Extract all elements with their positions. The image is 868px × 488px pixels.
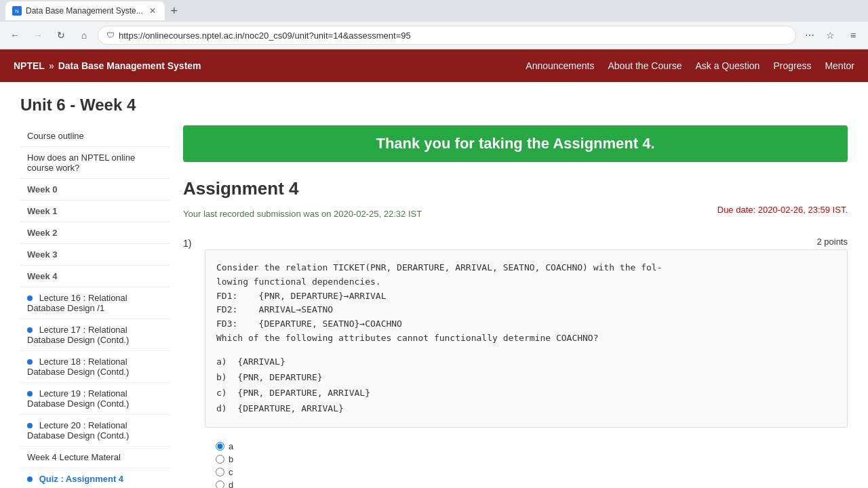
dot-icon <box>27 476 33 482</box>
forward-button[interactable]: → <box>28 26 47 45</box>
sidebar-item-week4[interactable]: Week 4 <box>20 266 170 287</box>
breadcrumb: NPTEL » Data Base Management System <box>14 60 201 71</box>
nav-about-course[interactable]: About the Course <box>608 60 682 71</box>
sidebar-item-week3[interactable]: Week 3 <box>20 244 170 266</box>
sidebar-item-lecture19[interactable]: Lecture 19 : Relational Database Design … <box>20 383 170 415</box>
tab-close-button[interactable]: ✕ <box>147 5 158 16</box>
site-header: NPTEL » Data Base Management System Anno… <box>0 49 868 82</box>
new-tab-button[interactable]: + <box>165 1 184 20</box>
dot-icon <box>27 327 33 333</box>
bookmark-button[interactable]: ☆ <box>821 26 840 45</box>
page-title: Unit 6 - Week 4 <box>20 96 848 115</box>
site-nav: Announcements About the Course Ask a Que… <box>526 60 854 71</box>
dot-icon <box>27 391 33 396</box>
radio-input-1c[interactable] <box>216 468 224 476</box>
sidebar-item-how-nptel[interactable]: How does an NPTEL online course work? <box>20 147 170 179</box>
browser-chrome: N Data Base Management Syste... ✕ + ← → … <box>0 0 868 49</box>
back-button[interactable]: ← <box>5 26 24 45</box>
question-1-points: 2 points <box>816 237 848 247</box>
question-1-row: 1) 2 points Consider the relation TICKET… <box>183 237 848 488</box>
sidebar-item-week1[interactable]: Week 1 <box>20 201 170 222</box>
security-icon: 🛡 <box>106 30 115 40</box>
sidebar-item-lecture16[interactable]: Lecture 16 : Relational Database Design … <box>20 287 170 319</box>
radio-label-1b: b <box>229 454 233 464</box>
brand-link[interactable]: NPTEL <box>14 60 45 71</box>
tab-favicon: N <box>12 6 22 16</box>
radio-input-1d[interactable] <box>216 481 224 488</box>
active-tab[interactable]: N Data Base Management Syste... ✕ <box>5 1 165 20</box>
nav-ask-question[interactable]: Ask a Question <box>695 60 760 71</box>
option-1b: b) {PNR, DEPARTURE} <box>216 369 836 385</box>
radio-option-1d[interactable]: d <box>216 480 837 488</box>
url-text: https://onlinecourses.nptel.ac.in/noc20_… <box>119 30 787 41</box>
radio-option-1a[interactable]: a <box>216 441 837 451</box>
due-date: Due date: 2020-02-26, 23:59 IST. <box>717 205 848 215</box>
option-1a: a) {ARRIVAL} <box>216 354 836 369</box>
nav-mentor[interactable]: Mentor <box>825 60 854 71</box>
sidebar: Course outline How does an NPTEL online … <box>20 125 170 488</box>
address-bar[interactable]: 🛡 https://onlinecourses.nptel.ac.in/noc2… <box>98 26 796 45</box>
radio-option-1c[interactable]: c <box>216 467 837 477</box>
sidebar-item-lecture18[interactable]: Lecture 18 : Relational Database Design … <box>20 351 170 383</box>
dot-icon <box>27 423 33 428</box>
course-link[interactable]: Data Base Management System <box>58 60 201 71</box>
thank-you-banner: Thank you for taking the Assignment 4. <box>183 125 848 162</box>
main-content: Thank you for taking the Assignment 4. A… <box>183 125 848 488</box>
question-1-options: a) {ARRIVAL} b) {PNR, DEPARTURE} c) {PNR… <box>216 354 836 416</box>
submission-due-row: Your last recorded submission was on 202… <box>183 205 848 226</box>
home-button[interactable]: ⌂ <box>75 26 94 45</box>
sidebar-item-course-outline[interactable]: Course outline <box>20 125 170 147</box>
dot-icon <box>27 359 33 365</box>
question-1-body: 2 points Consider the relation TICKET(PN… <box>205 237 848 488</box>
radio-label-1a: a <box>229 441 233 451</box>
nav-progress[interactable]: Progress <box>773 60 811 71</box>
radio-label-1d: d <box>229 480 233 488</box>
reload-button[interactable]: ↻ <box>52 26 71 45</box>
page-content: Unit 6 - Week 4 Course outline How does … <box>0 82 868 488</box>
sidebar-item-week4-material[interactable]: Week 4 Lecture Materal <box>20 447 170 468</box>
option-1c: c) {PNR, DEPARTURE, ARRIVAL} <box>216 385 836 401</box>
question-1-number: 1) <box>183 237 199 488</box>
browser-addressbar: ← → ↻ ⌂ 🛡 https://onlinecourses.nptel.ac… <box>0 22 868 49</box>
radio-option-1b[interactable]: b <box>216 454 837 464</box>
tab-title: Data Base Management Syste... <box>26 6 143 16</box>
submission-info: Your last recorded submission was on 202… <box>183 209 422 219</box>
sidebar-item-week2[interactable]: Week 2 <box>20 222 170 244</box>
browser-tabs: N Data Base Management Syste... ✕ + <box>0 0 868 22</box>
sidebar-item-week0[interactable]: Week 0 <box>20 179 170 201</box>
option-1d: d) {DEPARTURE, ARRIVAL} <box>216 401 836 416</box>
sidebar-item-quiz-assignment4[interactable]: Quiz : Assignment 4 <box>20 468 170 488</box>
question-1-text: Consider the relation TICKET(PNR, DERART… <box>216 261 836 346</box>
nav-announcements[interactable]: Announcements <box>526 60 594 71</box>
address-bar-actions: ⋯ ☆ <box>800 26 840 45</box>
breadcrumb-separator: » <box>49 60 54 71</box>
assignment-title: Assignment 4 <box>183 178 848 199</box>
radio-input-1a[interactable] <box>216 442 224 451</box>
radio-input-1b[interactable] <box>216 455 224 464</box>
question-1-radio-section: a b c d <box>205 439 848 488</box>
sidebar-item-lecture20[interactable]: Lecture 20 : Relational Database Design … <box>20 415 170 447</box>
extensions-button[interactable]: ⋯ <box>800 26 819 45</box>
dot-icon <box>27 296 33 301</box>
sidebar-item-lecture17[interactable]: Lecture 17 : Relational Database Design … <box>20 319 170 351</box>
content-area: Course outline How does an NPTEL online … <box>20 125 848 488</box>
settings-button[interactable]: ≡ <box>844 26 863 45</box>
question-1-block: Consider the relation TICKET(PNR, DERART… <box>205 249 848 428</box>
radio-label-1c: c <box>229 467 233 477</box>
